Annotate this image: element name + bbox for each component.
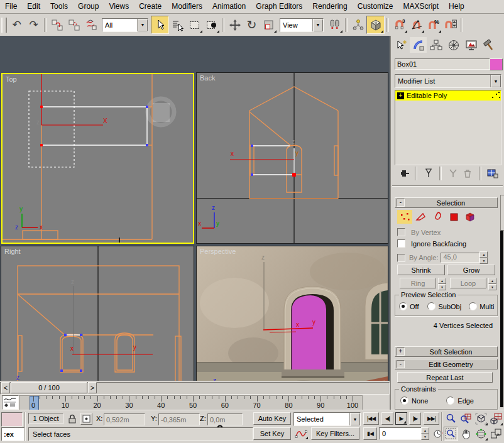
next-frame-arrow-button[interactable]: > [88, 382, 97, 393]
zoom-extents-button[interactable] [474, 412, 488, 426]
go-to-start-button[interactable]: |◀◀ [363, 412, 379, 425]
absolute-mode-transform-button[interactable] [80, 413, 92, 425]
pin-stack-button[interactable] [397, 168, 410, 179]
track-bar-ruler[interactable]: 0102030405060708090100 [19, 395, 363, 410]
menu-item-animation[interactable]: Animation [207, 1, 251, 13]
menu-item-create[interactable]: Create [134, 1, 167, 13]
tab-hierarchy[interactable] [427, 37, 444, 53]
viewport-right-label[interactable]: Right [4, 248, 21, 255]
by-angle-checkbox[interactable] [397, 254, 405, 262]
selection-set-dropdown[interactable]: Selected ▼ [293, 412, 361, 426]
tab-utilities[interactable] [480, 37, 497, 53]
ring-spinner[interactable]: ▲▼ [438, 278, 446, 290]
region-zoom-button[interactable] [444, 427, 458, 441]
constraint-none-radio[interactable] [400, 397, 408, 405]
next-frame-button[interactable]: |▶ [409, 412, 421, 425]
polygon-subobject-button[interactable] [446, 210, 461, 224]
menu-item-views[interactable]: Views [104, 1, 134, 13]
maxscript-macro-recorder[interactable] [1, 412, 23, 427]
preview-multi-radio[interactable] [469, 302, 477, 310]
modifier-list-dropdown[interactable]: Modifier List ▼ [395, 74, 501, 88]
object-color-swatch[interactable] [490, 58, 503, 70]
menu-item-help[interactable]: Help [444, 1, 469, 13]
zoom-all-button[interactable] [459, 412, 473, 426]
select-and-rotate-button[interactable]: ↻ [243, 16, 260, 33]
window-crossing-toggle-button[interactable] [203, 16, 220, 33]
tab-create[interactable] [392, 37, 409, 53]
select-and-move-button[interactable] [226, 16, 243, 33]
collapse-icon[interactable]: - [397, 360, 405, 368]
go-to-end-button[interactable]: ▶▶| [424, 412, 439, 425]
by-angle-spinner[interactable]: ▲▼ [479, 251, 488, 264]
pan-view-button[interactable] [459, 427, 473, 441]
selection-lock-toggle[interactable] [67, 413, 77, 424]
menu-item-customize[interactable]: Customize [353, 1, 398, 13]
preview-subobj-radio[interactable] [427, 302, 436, 310]
tab-motion[interactable] [445, 37, 462, 53]
expand-icon[interactable]: + [397, 347, 405, 356]
menu-item-tools[interactable]: Tools [45, 1, 73, 13]
current-frame-field[interactable]: 0 [379, 427, 424, 440]
default-in-out-tangents-button[interactable] [293, 427, 309, 440]
zoom-button[interactable] [444, 412, 458, 426]
element-subobject-button[interactable] [463, 210, 478, 224]
show-end-result-button[interactable] [423, 168, 434, 179]
panel-scrollbar[interactable] [500, 195, 503, 407]
menu-item-group[interactable]: Group [73, 1, 104, 13]
selection-filter-dropdown[interactable]: All ▼ [102, 18, 148, 32]
constraint-edge-radio[interactable] [446, 397, 454, 405]
rectangular-selection-region-button[interactable] [186, 16, 203, 33]
time-slider-button[interactable]: 0 / 100 [11, 382, 87, 393]
previous-frame-button[interactable]: ◀| [381, 412, 393, 425]
redo-button[interactable]: ↷ [25, 16, 42, 33]
shrink-button[interactable]: Shrink [397, 265, 445, 275]
edit-geometry-rollout-header[interactable]: - Edit Geometry [395, 359, 498, 369]
x-coord-field[interactable]: 0,592m [104, 413, 145, 425]
viewport-top-label[interactable]: Top [6, 75, 17, 83]
repeat-last-button[interactable]: Repeat Last [397, 372, 493, 383]
select-and-scale-button[interactable] [260, 16, 277, 33]
y-coord-field[interactable]: -0,365m [158, 413, 200, 425]
modifier-stack-list[interactable]: + Editable Poly [395, 90, 501, 165]
soft-selection-rollout-header[interactable]: + Soft Selection [395, 346, 498, 357]
by-vertex-checkbox[interactable] [397, 228, 405, 236]
select-and-manipulate-button[interactable] [349, 16, 366, 33]
reference-coordsys-dropdown[interactable]: View ▼ [280, 18, 324, 32]
snaps-toggle-button[interactable] [366, 16, 385, 34]
border-subobject-button[interactable] [430, 210, 445, 224]
undo-button[interactable]: ↶ [8, 16, 25, 33]
vertex-subobject-button[interactable] [397, 210, 412, 224]
viewport-top[interactable]: Top X z y z x [1, 73, 194, 244]
preview-off-radio[interactable] [399, 302, 407, 310]
remove-modifier-button[interactable] [462, 168, 473, 179]
menu-item-graph-editors[interactable]: Graph Editors [251, 1, 307, 13]
edge-subobject-button[interactable] [414, 210, 429, 224]
ignore-backfacing-checkbox[interactable] [397, 239, 405, 248]
toolbar-drag-handle[interactable] [1, 18, 7, 33]
select-object-button[interactable] [151, 16, 169, 34]
ring-button[interactable]: Ring [400, 278, 436, 288]
open-mini-curve-editor-button[interactable] [2, 395, 19, 410]
min-max-toggle-button[interactable] [489, 427, 503, 441]
use-pivot-point-center-button[interactable] [326, 16, 343, 33]
loop-spinner[interactable]: ▲▼ [488, 278, 496, 290]
set-key-button[interactable]: Set Key [253, 427, 291, 440]
selection-rollout-header[interactable]: - Selection [395, 197, 498, 208]
grow-button[interactable]: Grow [447, 265, 495, 275]
select-by-name-button[interactable] [169, 16, 186, 33]
tab-modify[interactable] [410, 37, 427, 53]
bind-to-space-warp-button[interactable] [82, 16, 99, 33]
unlink-selection-button[interactable] [65, 16, 82, 33]
loop-button[interactable]: Loop [450, 278, 486, 288]
viewport-back[interactable]: Back x y z z x y [196, 72, 388, 244]
make-unique-button[interactable] [447, 168, 459, 179]
object-name-field[interactable]: Box01 [395, 58, 491, 70]
viewport-perspective-label[interactable]: Perspective [200, 248, 236, 255]
tab-display[interactable] [463, 37, 479, 53]
key-filters-button[interactable]: Key Filters... [311, 427, 359, 440]
maxscript-mini-listener[interactable]: :ex [1, 427, 25, 441]
panel-scrollbar-thumb[interactable] [500, 195, 504, 231]
arc-rotate-button[interactable] [474, 427, 488, 441]
collapse-icon[interactable]: - [397, 199, 405, 207]
menu-item-file[interactable]: File [0, 1, 22, 13]
